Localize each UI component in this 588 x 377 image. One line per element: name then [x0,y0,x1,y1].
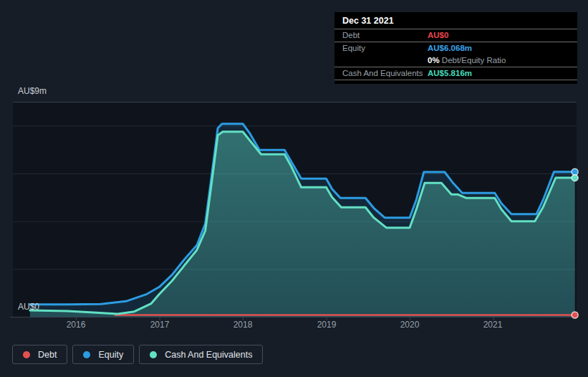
tooltip-cash-label: Cash And Equivalents [342,67,428,80]
x-tick-label-2021: 2021 [471,320,514,330]
tooltip-date: Dec 31 2021 [334,12,577,29]
tooltip-debt-equity-ratio: 0% Debt/Equity Ratio [428,54,577,67]
tooltip-row-ratio: 0% Debt/Equity Ratio [334,54,577,67]
legend-debt-label: Debt [38,350,57,360]
chart-legend: Debt Equity Cash And Equivalents [12,345,263,364]
equity-series-dot-icon [83,351,90,358]
end-marker-debt [572,312,578,318]
x-tick-label-2019: 2019 [305,320,348,330]
tooltip-cash-value: AU$5.816m [428,67,577,80]
tooltip-equity-label: Equity [342,42,428,54]
y-axis-zero-label: AU$0 [18,302,39,312]
legend-item-debt[interactable]: Debt [12,345,67,364]
y-axis-max-label: AU$9m [18,86,47,96]
legend-item-cash[interactable]: Cash And Equivalents [139,345,263,364]
tooltip-row-cash: Cash And Equivalents AU$5.816m [334,67,577,80]
tooltip-debt-label: Debt [342,29,428,42]
x-tick-label-2016: 2016 [54,320,97,330]
end-marker-cash-and-equivalents [572,175,578,181]
legend-cash-label: Cash And Equivalents [165,350,252,360]
x-tick-label-2020: 2020 [388,320,431,330]
cash-series-dot-icon [150,351,157,358]
tooltip-equity-value: AU$6.068m [428,42,577,54]
debt-equity-history-chart: AU$9m AU$0 2016 2017 2018 2019 2020 2021… [0,0,588,377]
debt-series-dot-icon [23,351,30,358]
legend-item-equity[interactable]: Equity [72,345,134,364]
legend-equity-label: Equity [98,350,123,360]
x-tick-label-2017: 2017 [138,320,181,330]
tooltip-row-equity: Equity AU$6.068m [334,42,577,54]
chart-tooltip: Dec 31 2021 Debt AU$0 Equity AU$6.068m 0… [334,12,577,84]
tooltip-row-debt: Debt AU$0 [334,29,577,42]
tooltip-debt-value: AU$0 [428,29,577,42]
x-tick-label-2018: 2018 [221,320,264,330]
